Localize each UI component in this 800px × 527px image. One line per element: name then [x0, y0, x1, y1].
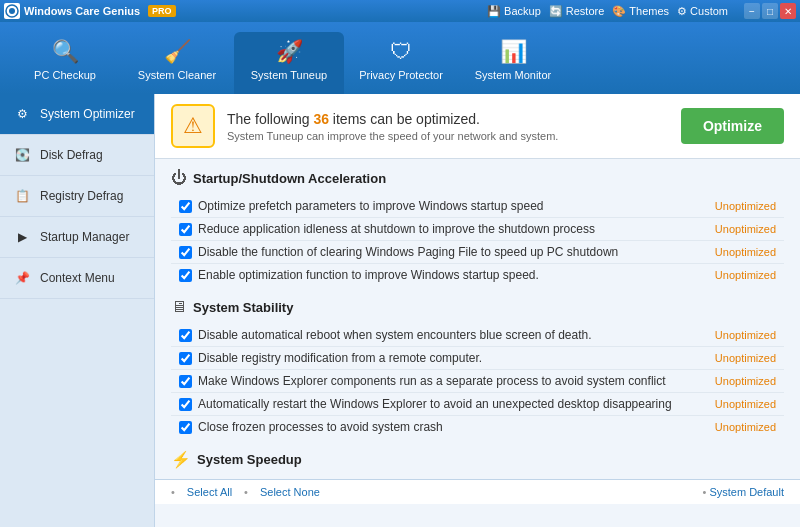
item-label-0-0: Optimize prefetch parameters to improve … — [198, 199, 709, 213]
sidebar-item-system-optimizer[interactable]: ⚙ System Optimizer — [0, 94, 154, 135]
item-checkbox-0-0[interactable] — [179, 200, 192, 213]
content-panel: ⚠ The following 36 items can be optimize… — [155, 94, 800, 527]
backup-action[interactable]: 💾 Backup — [487, 5, 541, 18]
title-bar-left: Windows Care Genius PRO — [4, 3, 176, 19]
list-item: Enable optimization function to improve … — [171, 264, 784, 286]
status-badge-0-3: Unoptimized — [715, 269, 776, 281]
maximize-button[interactable]: □ — [762, 3, 778, 19]
sidebar: ⚙ System Optimizer 💽 Disk Defrag 📋 Regis… — [0, 94, 155, 527]
custom-icon: ⚙ — [677, 5, 687, 18]
system-optimizer-label: System Optimizer — [40, 107, 135, 121]
list-item: Disable registry modification from a rem… — [171, 347, 784, 370]
sidebar-item-startup-manager[interactable]: ▶ Startup Manager — [0, 217, 154, 258]
item-label-1-2: Make Windows Explorer components run as … — [198, 374, 709, 388]
main-container: ⚙ System Optimizer 💽 Disk Defrag 📋 Regis… — [0, 94, 800, 527]
section-system-speedup: ⚡ System Speedup — [155, 440, 800, 479]
section-header-stability: 🖥 System Stability — [171, 294, 784, 320]
item-checkbox-0-3[interactable] — [179, 269, 192, 282]
close-button[interactable]: ✕ — [780, 3, 796, 19]
status-badge-0-0: Unoptimized — [715, 200, 776, 212]
banner-text: The following 36 items can be optimized.… — [227, 111, 669, 142]
disk-defrag-icon: 💽 — [12, 145, 32, 165]
window-controls: − □ ✕ — [744, 3, 796, 19]
system-monitor-icon: 📊 — [500, 39, 527, 65]
speedup-section-icon: ⚡ — [171, 450, 191, 469]
startup-section-title: Startup/Shutdown Acceleration — [193, 171, 386, 186]
item-checkbox-1-0[interactable] — [179, 329, 192, 342]
tab-privacy-protector[interactable]: 🛡 Privacy Protector — [346, 32, 456, 94]
backup-icon: 💾 — [487, 5, 501, 18]
item-checkbox-1-4[interactable] — [179, 421, 192, 434]
speedup-section-title: System Speedup — [197, 452, 302, 467]
list-item: Disable the function of clearing Windows… — [171, 241, 784, 264]
item-checkbox-1-3[interactable] — [179, 398, 192, 411]
banner-title: The following 36 items can be optimized. — [227, 111, 669, 127]
list-item: Reduce application idleness at shutdown … — [171, 218, 784, 241]
status-badge-1-4: Unoptimized — [715, 421, 776, 433]
section-header-speedup: ⚡ System Speedup — [171, 446, 784, 473]
item-label-1-3: Automatically restart the Windows Explor… — [198, 397, 709, 411]
disk-defrag-label: Disk Defrag — [40, 148, 103, 162]
bullet-select-none: • — [244, 486, 248, 498]
item-checkbox-1-1[interactable] — [179, 352, 192, 365]
app-logo — [4, 3, 20, 19]
minimize-button[interactable]: − — [744, 3, 760, 19]
item-label-0-3: Enable optimization function to improve … — [198, 268, 709, 282]
nav-tabs: 🔍 PC Checkup 🧹 System Cleaner 🚀 System T… — [0, 22, 800, 94]
tab-system-cleaner[interactable]: 🧹 System Cleaner — [122, 32, 232, 94]
banner-title-suffix: items can be optimized. — [329, 111, 480, 127]
optimize-banner: ⚠ The following 36 items can be optimize… — [155, 94, 800, 159]
stability-section-icon: 🖥 — [171, 298, 187, 316]
registry-defrag-label: Registry Defrag — [40, 189, 123, 203]
tab-pc-checkup[interactable]: 🔍 PC Checkup — [10, 32, 120, 94]
item-label-0-1: Reduce application idleness at shutdown … — [198, 222, 709, 236]
bullet-select-all: • — [171, 486, 175, 498]
backup-label: Backup — [504, 5, 541, 17]
list-item: Make Windows Explorer components run as … — [171, 370, 784, 393]
svg-point-1 — [9, 8, 15, 14]
privacy-protector-icon: 🛡 — [390, 39, 412, 65]
banner-count: 36 — [313, 111, 329, 127]
section-startup-shutdown: ⏻ Startup/Shutdown Acceleration Optimize… — [155, 159, 800, 288]
restore-action[interactable]: 🔄 Restore — [549, 5, 605, 18]
system-tuneup-icon: 🚀 — [276, 39, 303, 65]
custom-action[interactable]: ⚙ Custom — [677, 5, 728, 18]
select-all-link[interactable]: Select All — [187, 486, 232, 498]
section-system-stability: 🖥 System Stability Disable automatical r… — [155, 288, 800, 440]
pc-checkup-label: PC Checkup — [34, 69, 96, 81]
footer-bar-right: • System Default — [702, 485, 784, 499]
list-item: Disable automatical reboot when system e… — [171, 324, 784, 347]
item-checkbox-0-2[interactable] — [179, 246, 192, 259]
tab-system-monitor[interactable]: 📊 System Monitor — [458, 32, 568, 94]
section-header-startup: ⏻ Startup/Shutdown Acceleration — [171, 165, 784, 191]
item-checkbox-1-2[interactable] — [179, 375, 192, 388]
system-cleaner-label: System Cleaner — [138, 69, 216, 81]
item-checkbox-0-1[interactable] — [179, 223, 192, 236]
tab-system-tuneup[interactable]: 🚀 System Tuneup — [234, 32, 344, 94]
optimize-button[interactable]: Optimize — [681, 108, 784, 144]
list-item: Automatically restart the Windows Explor… — [171, 393, 784, 416]
banner-subtitle: System Tuneup can improve the speed of y… — [227, 130, 669, 142]
system-tuneup-label: System Tuneup — [251, 69, 327, 81]
footer-bar: • Select All • Select None • System Defa… — [155, 479, 800, 504]
startup-manager-label: Startup Manager — [40, 230, 129, 244]
sidebar-item-registry-defrag[interactable]: 📋 Registry Defrag — [0, 176, 154, 217]
system-default-link[interactable]: System Default — [709, 486, 784, 498]
status-badge-0-2: Unoptimized — [715, 246, 776, 258]
themes-action[interactable]: 🎨 Themes — [612, 5, 669, 18]
list-item: Close frozen processes to avoid system c… — [171, 416, 784, 438]
status-badge-1-3: Unoptimized — [715, 398, 776, 410]
item-label-1-4: Close frozen processes to avoid system c… — [198, 420, 709, 434]
startup-section-icon: ⏻ — [171, 169, 187, 187]
item-label-1-0: Disable automatical reboot when system e… — [198, 328, 709, 342]
footer-bar-left: • Select All • Select None — [171, 486, 320, 498]
sidebar-item-context-menu[interactable]: 📌 Context Menu — [0, 258, 154, 299]
pc-checkup-icon: 🔍 — [52, 39, 79, 65]
status-badge-1-0: Unoptimized — [715, 329, 776, 341]
title-bar: Windows Care Genius PRO 💾 Backup 🔄 Resto… — [0, 0, 800, 22]
status-badge-1-1: Unoptimized — [715, 352, 776, 364]
select-none-link[interactable]: Select None — [260, 486, 320, 498]
item-label-1-1: Disable registry modification from a rem… — [198, 351, 709, 365]
banner-title-prefix: The following — [227, 111, 313, 127]
sidebar-item-disk-defrag[interactable]: 💽 Disk Defrag — [0, 135, 154, 176]
